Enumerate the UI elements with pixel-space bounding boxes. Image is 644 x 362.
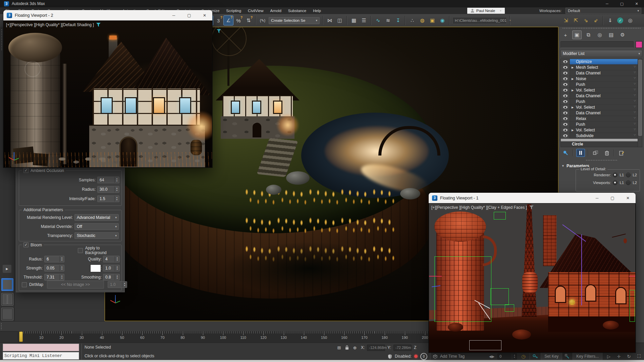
smoothing-field[interactable]: 0.8▲▼ [103,274,120,281]
add-time-tag[interactable]: Add Time Tag [440,354,465,359]
modifier-visibility-toggle[interactable] [561,76,570,82]
dirtmap-image-button[interactable]: << No image >> [47,281,104,289]
modifier-visibility-toggle[interactable] [561,127,570,133]
menu-arnold[interactable]: Arnold [267,7,285,14]
project-folder-combo[interactable]: H:\Clients\au...eModeling_001▾ [452,17,507,24]
radio-l1[interactable] [613,180,618,185]
tab-modify-icon[interactable]: ▣ [572,31,582,39]
remove-modifier-icon[interactable] [603,149,611,157]
tab-utilities-icon[interactable]: ⚙ [618,31,627,39]
viewport-2-shading-label[interactable]: [+][Perspective ][High Quality* ][Defaul… [6,22,94,27]
maximize-icon[interactable]: ▢ [181,10,197,20]
window-minimize-button[interactable]: ─ [600,0,614,7]
modifier-label-cell[interactable]: Optimize [570,59,638,65]
modifier-row-relax[interactable]: Relax∵ [561,116,638,122]
save-file-icon[interactable]: ⇓ [605,15,615,25]
floating-viewport-1-canvas[interactable]: [+][Perspective ][High Quality* ][Clay +… [429,203,636,353]
modifier-label-cell[interactable]: Push∵ [570,99,638,105]
workspace-selector[interactable]: Default ▾ [566,8,641,14]
spinner-arrows[interactable]: ▲▼ [115,265,119,271]
pan-hand-icon[interactable]: ✛ [615,353,623,360]
modifier-visibility-toggle[interactable] [561,87,570,93]
maximize-viewport-toggle-icon[interactable]: ⛶ [635,353,643,360]
spinner-snap-icon[interactable]: ⇅? [244,15,254,25]
object-color-swatch[interactable] [636,41,642,48]
coord-x-field[interactable]: -124.868m [367,345,385,351]
auto-key-icon[interactable] [533,354,538,359]
floating-viewport-2-canvas[interactable]: [+][Perspective ][High Quality* ][Defaul… [3,20,212,168]
layout-tabs-expand-button[interactable]: ▶ [3,265,11,273]
minimize-icon[interactable]: ─ [166,10,181,20]
layout-tab-single[interactable] [1,278,13,291]
time-slider-playhead[interactable] [19,331,23,342]
activity-circle-icon[interactable]: ◎ [625,15,635,25]
percent-snap-icon[interactable]: %? [233,15,244,25]
material-override-drop[interactable]: Off▾ [74,223,119,230]
modifier-row-subdivide[interactable]: Subdivide∵ [561,133,638,139]
orbit-icon[interactable]: ↻ [625,353,633,360]
expand-arrow-icon[interactable]: ▶ [572,129,575,132]
modifier-row-vol-select[interactable]: ▶Vol. Select∵ [561,87,638,93]
tint-field[interactable]: 1.0▲▼ [103,265,120,272]
selection-lock-region-icon[interactable]: ⊞ [335,344,343,351]
modifier-row-vol-select[interactable]: ▶Vol. Select∵ [561,127,638,133]
spinner-arrows[interactable]: ▲▼ [114,196,119,202]
expand-arrow-icon[interactable]: ▶ [572,66,575,69]
modifier-label-cell[interactable]: ▶Vol. Select∵ [570,127,638,133]
modifier-label-cell[interactable]: ▶Vol. Select∵ [570,87,638,93]
stack-scrollbar-thumb[interactable] [638,60,642,136]
render-production-icon[interactable]: ◉ [437,15,447,25]
xref-scenes-icon[interactable]: ∴ [407,15,417,25]
set-key-button[interactable]: Set Key [541,352,562,360]
modifier-visibility-toggle[interactable] [561,122,570,127]
stack-scrollbar[interactable] [638,59,642,147]
modifier-row-vol-select[interactable]: ▶Vol. Select∵ [561,105,638,110]
expand-arrow-icon[interactable]: ▶ [572,106,575,109]
quality-field[interactable]: 4▲▼ [103,256,120,262]
modifier-visibility-toggle[interactable] [561,116,570,122]
spinner-arrows[interactable]: ▲▼ [114,186,119,192]
material-rendering-level-drop[interactable]: Advanced Material▾ [74,214,119,221]
import-link-icon-1[interactable]: ⇲ [561,15,571,25]
lock-icon[interactable] [345,345,349,350]
radio-l1[interactable] [613,173,618,177]
modifier-list-dropdown[interactable]: Modifier List ▾ [560,50,642,57]
isolate-selection-button[interactable]: 0 [420,353,427,360]
modifier-label-cell[interactable]: Push∵ [570,122,638,127]
viewport-filter-funnel-icon[interactable] [529,205,534,209]
bloom-checkbox[interactable]: ✓ [23,242,29,247]
menu-substance[interactable]: Substance [285,7,310,14]
modifier-visibility-toggle[interactable] [561,65,570,70]
layer-explorer-icon[interactable]: ▦ [349,15,359,25]
modifier-visibility-toggle[interactable] [561,93,570,99]
mirror-icon[interactable]: ⋈ [325,15,335,25]
modifier-row-push[interactable]: Push∵ [561,99,638,105]
maxscript-mini-listener[interactable]: Scripting Mini Listener [3,352,79,360]
spinner-arrows[interactable]: ▲▼ [114,177,119,183]
modifier-label-cell[interactable]: Subdivide∵ [570,133,638,139]
pin-stack-icon[interactable] [561,149,570,157]
modifier-visibility-toggle[interactable] [561,110,570,116]
expand-arrow-icon[interactable]: ▶ [572,77,575,80]
configure-modifier-sets-icon[interactable] [618,149,626,157]
toolbar-drag-handle[interactable] [1,29,3,51]
intensity-fade-field[interactable]: 1.5▲▼ [97,195,119,202]
render-setup-icon[interactable]: ◍ [417,15,427,25]
auto-key-indicator[interactable] [414,355,418,358]
modifier-visibility-toggle[interactable] [561,59,570,65]
spinner-arrows[interactable]: ▲▼ [115,274,119,280]
floating-viewport-2-titlebar[interactable]: 3 Floating Viewport - 2 ─ ▢ ✕ [3,10,212,20]
viewport-filter-funnel-icon[interactable] [96,23,101,27]
schematic-view-icon[interactable]: ≋ [383,15,393,25]
zoom-region-icon[interactable]: ▷ [605,353,612,360]
time-configuration-icon[interactable]: ◷ [520,353,527,360]
dirtmap-amount-field[interactable]: 1.0▲▼ [108,281,127,288]
radio-l2[interactable] [626,173,631,177]
spinner-arrows[interactable]: ▲▼ [115,256,119,262]
radius-field[interactable]: 30.0▲▼ [97,186,119,193]
spinner-arrows[interactable]: ▲▼ [122,282,127,288]
macro-recorder-field[interactable] [3,344,79,351]
tab-hierarchy-icon[interactable]: ⧉ [584,31,593,39]
object-name-field[interactable] [560,41,634,48]
make-unique-icon[interactable] [592,149,600,157]
